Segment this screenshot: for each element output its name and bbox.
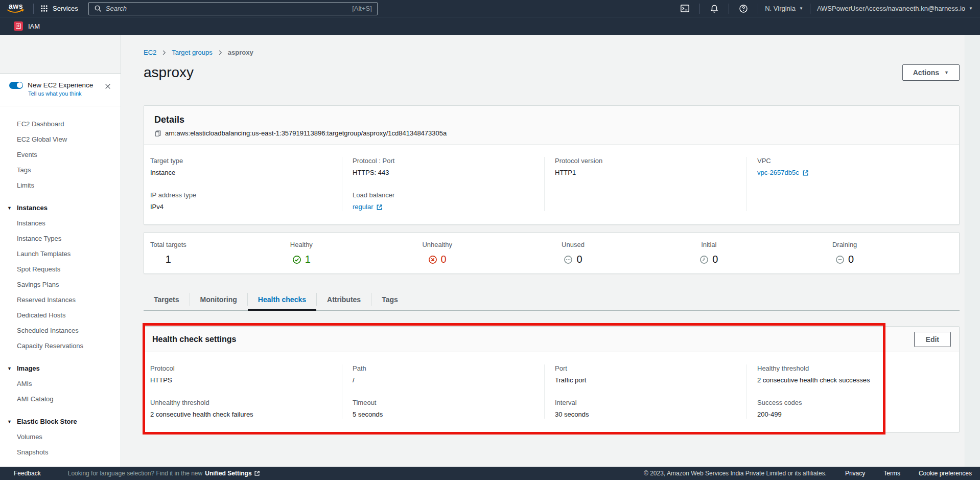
- field-column: Healthy threshold2 consecutive health ch…: [746, 364, 949, 419]
- sidebar-item-tags[interactable]: Tags: [0, 163, 121, 178]
- region-label: N. Virginia: [765, 5, 796, 12]
- footer-link-privacy[interactable]: Privacy: [845, 470, 865, 477]
- tab-monitoring[interactable]: Monitoring: [190, 288, 247, 310]
- tab-targets[interactable]: Targets: [144, 288, 190, 310]
- caret-down-icon: ▼: [944, 70, 949, 75]
- field-vpc: VPCvpc-2657db5c: [757, 157, 949, 177]
- stat-label: Total targets: [150, 241, 186, 249]
- tab-bar: TargetsMonitoringHealth checksAttributes…: [144, 288, 960, 311]
- edit-button[interactable]: Edit: [914, 332, 951, 347]
- minus-circle-icon: [835, 255, 845, 264]
- actions-label: Actions: [913, 68, 939, 77]
- search-input[interactable]: [106, 5, 348, 12]
- field-timeout: Timeout5 seconds: [353, 399, 544, 419]
- help-icon[interactable]: [736, 4, 751, 13]
- field-column: Protocol : PortHTTPS: 443Load balancerre…: [342, 157, 544, 211]
- account-label: AWSPowerUserAccess/navaneeth.kn@harness.…: [817, 5, 965, 12]
- field-column: Target typeInstanceIP address typeIPv4: [150, 157, 342, 211]
- sidebar-item-limits[interactable]: Limits: [0, 178, 121, 193]
- sidebar-item-reserved-instances[interactable]: Reserved Instances: [0, 292, 121, 308]
- sidebar-item-events[interactable]: Events: [0, 147, 121, 163]
- field-value: /: [353, 376, 544, 384]
- sidebar-item-ami-catalog[interactable]: AMI Catalog: [0, 392, 121, 407]
- aws-smile-icon: [7, 9, 25, 14]
- field-value: HTTPS: 443: [353, 169, 544, 177]
- notifications-bell-icon[interactable]: [707, 4, 722, 13]
- field-value: IPv4: [150, 203, 342, 211]
- breadcrumb-link-target-groups[interactable]: Target groups: [172, 49, 213, 56]
- target-health-summary: Total targets1Healthy1Unhealthy0Unused0I…: [144, 232, 960, 274]
- topbar-divider: [33, 4, 34, 14]
- sidebar-item-dedicated-hosts[interactable]: Dedicated Hosts: [0, 308, 121, 323]
- global-search-box[interactable]: [Alt+S]: [88, 2, 378, 15]
- sidebar-section-instances[interactable]: ▼Instances: [0, 200, 121, 216]
- footer-link-cookie-preferences[interactable]: Cookie preferences: [919, 470, 972, 477]
- field-value: 30 seconds: [555, 410, 746, 419]
- tab-tags[interactable]: Tags: [371, 288, 408, 310]
- aws-logo[interactable]: aws: [5, 3, 27, 14]
- field-label: IP address type: [150, 191, 342, 199]
- sidebar-item-amis[interactable]: AMIs: [0, 376, 121, 392]
- sidebar-item-instance-types[interactable]: Instance Types: [0, 231, 121, 246]
- sidebar-item-volumes[interactable]: Volumes: [0, 429, 121, 445]
- field-unhealthy-threshold: Unhealthy threshold2 consecutive health …: [150, 399, 342, 419]
- cloudshell-icon[interactable]: [677, 4, 693, 13]
- tab-attributes[interactable]: Attributes: [317, 288, 371, 310]
- sidebar-item-spot-requests[interactable]: Spot Requests: [0, 262, 121, 277]
- field-protocol-version: Protocol versionHTTP1: [555, 157, 746, 177]
- sidebar-section-images[interactable]: ▼Images: [0, 361, 121, 376]
- field-label: Protocol: [150, 364, 342, 373]
- stat-label: Draining: [832, 241, 857, 249]
- actions-button[interactable]: Actions ▼: [902, 64, 960, 81]
- feedback-link[interactable]: Feedback: [14, 470, 41, 477]
- sidebar-item-launch-templates[interactable]: Launch Templates: [0, 246, 121, 262]
- details-card: Details arn:aws:elasticloadbalancing:us-…: [144, 105, 960, 225]
- left-sidebar: New EC2 Experience Tell us what you thin…: [0, 35, 121, 467]
- field-value: 2 consecutive health check successes: [757, 376, 949, 384]
- copy-icon[interactable]: [154, 130, 161, 137]
- new-experience-block: New EC2 Experience Tell us what you thin…: [0, 74, 121, 101]
- field-value: HTTPS: [150, 376, 342, 384]
- unified-settings-link[interactable]: Unified Settings: [205, 470, 260, 477]
- sidebar-item-instances[interactable]: Instances: [0, 216, 121, 231]
- sidebar-item-ec2-dashboard[interactable]: EC2 Dashboard: [0, 117, 121, 132]
- tell-us-link[interactable]: Tell us what you think: [28, 90, 112, 97]
- field-value: Traffic port: [555, 376, 746, 384]
- sidebar-item-ec2-global-view[interactable]: EC2 Global View: [0, 132, 121, 147]
- services-menu-button[interactable]: Services: [40, 5, 78, 12]
- sidebar-item-capacity-reservations[interactable]: Capacity Reservations: [0, 338, 121, 354]
- breadcrumb: EC2Target groupsasproxy: [144, 49, 960, 56]
- regular-link[interactable]: regular: [353, 203, 383, 211]
- sidebar-item-snapshots[interactable]: Snapshots: [0, 445, 121, 460]
- sidebar-item-scheduled-instances[interactable]: Scheduled Instances: [0, 323, 121, 338]
- scrollbar-gutter[interactable]: [965, 35, 980, 467]
- close-icon[interactable]: [104, 83, 111, 90]
- region-selector[interactable]: N. Virginia ▼: [765, 5, 803, 12]
- iam-service-icon[interactable]: [14, 21, 23, 31]
- field-label: Protocol : Port: [353, 157, 544, 165]
- field-value: 2 consecutive health check failures: [150, 410, 342, 419]
- field-target-type: Target typeInstance: [150, 157, 342, 177]
- target-group-arn: arn:aws:elasticloadbalancing:us-east-1:3…: [165, 129, 447, 137]
- new-experience-toggle[interactable]: [9, 82, 23, 89]
- stat-value: 0: [576, 254, 582, 265]
- account-menu[interactable]: AWSPowerUserAccess/navaneeth.kn@harness.…: [817, 5, 973, 12]
- vpc-2657db5c-link[interactable]: vpc-2657db5c: [757, 169, 809, 177]
- sidebar-section-label: Instances: [17, 200, 48, 216]
- x-circle-icon: [428, 255, 437, 264]
- external-link-icon: [802, 170, 809, 176]
- stat-total-targets: Total targets1: [144, 240, 280, 265]
- field-value: Instance: [150, 169, 342, 177]
- sidebar-section-elastic-block-store[interactable]: ▼Elastic Block Store: [0, 414, 121, 429]
- chevron-right-icon: [161, 50, 167, 56]
- footer: Feedback Looking for language selection?…: [0, 467, 980, 480]
- tab-health-checks[interactable]: Health checks: [248, 288, 316, 311]
- field-load-balancer: Load balancerregular: [353, 191, 544, 211]
- sidebar-item-savings-plans[interactable]: Savings Plans: [0, 277, 121, 292]
- field-label: Unhealthy threshold: [150, 399, 342, 407]
- field-protocol: ProtocolHTTPS: [150, 364, 342, 384]
- footer-link-terms[interactable]: Terms: [883, 470, 900, 477]
- favorite-iam-link[interactable]: IAM: [28, 22, 40, 30]
- breadcrumb-link-ec2[interactable]: EC2: [144, 49, 156, 56]
- health-check-settings-card: Health check settings Edit ProtocolHTTPS…: [144, 326, 960, 432]
